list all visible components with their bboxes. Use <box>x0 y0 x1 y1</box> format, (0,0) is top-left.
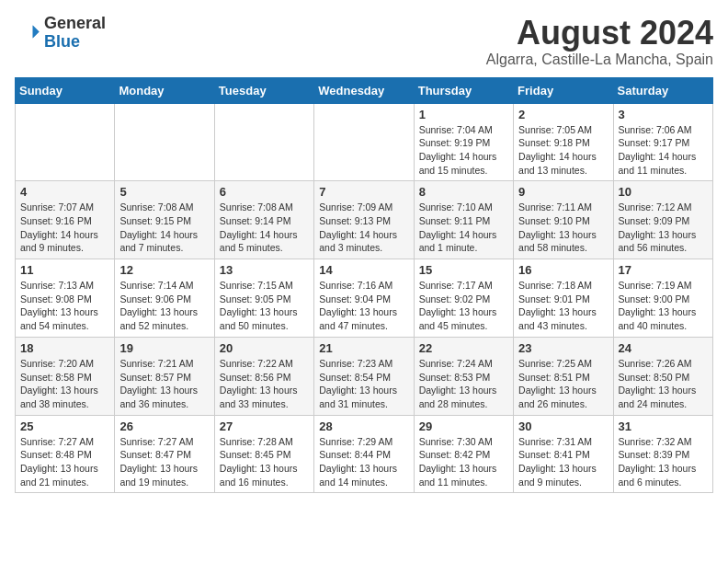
calendar-cell: 15Sunrise: 7:17 AM Sunset: 9:02 PM Dayli… <box>414 259 513 338</box>
day-number: 20 <box>220 341 309 355</box>
day-number: 21 <box>319 341 408 355</box>
weekday-header-monday: Monday <box>115 77 214 103</box>
day-info: Sunrise: 7:08 AM Sunset: 9:14 PM Dayligh… <box>220 201 309 255</box>
day-info: Sunrise: 7:08 AM Sunset: 9:15 PM Dayligh… <box>119 201 209 255</box>
calendar-cell: 30Sunrise: 7:31 AM Sunset: 8:41 PM Dayli… <box>514 415 613 493</box>
day-info: Sunrise: 7:26 AM Sunset: 8:50 PM Dayligh… <box>619 357 708 411</box>
day-info: Sunrise: 7:16 AM Sunset: 9:04 PM Dayligh… <box>319 279 408 333</box>
day-info: Sunrise: 7:05 AM Sunset: 9:18 PM Dayligh… <box>518 123 608 178</box>
day-number: 3 <box>619 108 708 121</box>
calendar-cell: 18Sunrise: 7:20 AM Sunset: 8:58 PM Dayli… <box>16 337 115 415</box>
day-number: 30 <box>518 419 608 433</box>
calendar-cell: 17Sunrise: 7:19 AM Sunset: 9:00 PM Dayli… <box>613 259 712 338</box>
header: General Blue August 2024 Algarra, Castil… <box>15 15 713 68</box>
calendar-cell: 29Sunrise: 7:30 AM Sunset: 8:42 PM Dayli… <box>414 415 513 493</box>
calendar-header-row: SundayMondayTuesdayWednesdayThursdayFrid… <box>16 77 713 103</box>
calendar-cell: 21Sunrise: 7:23 AM Sunset: 8:54 PM Dayli… <box>314 337 414 415</box>
day-info: Sunrise: 7:15 AM Sunset: 9:05 PM Dayligh… <box>220 279 309 333</box>
day-number: 11 <box>20 263 109 277</box>
day-number: 25 <box>20 419 109 433</box>
day-number: 2 <box>518 108 608 121</box>
calendar-table: SundayMondayTuesdayWednesdayThursdayFrid… <box>15 77 713 494</box>
day-info: Sunrise: 7:30 AM Sunset: 8:42 PM Dayligh… <box>419 435 508 489</box>
day-number: 8 <box>419 185 508 199</box>
day-info: Sunrise: 7:20 AM Sunset: 8:58 PM Dayligh… <box>20 357 109 411</box>
day-number: 18 <box>20 341 109 355</box>
calendar-cell: 14Sunrise: 7:16 AM Sunset: 9:04 PM Dayli… <box>314 259 414 338</box>
calendar-cell <box>16 103 115 181</box>
calendar-cell: 13Sunrise: 7:15 AM Sunset: 9:05 PM Dayli… <box>214 259 313 338</box>
day-info: Sunrise: 7:28 AM Sunset: 8:45 PM Dayligh… <box>220 435 309 489</box>
day-info: Sunrise: 7:12 AM Sunset: 9:09 PM Dayligh… <box>619 201 708 255</box>
calendar-cell: 24Sunrise: 7:26 AM Sunset: 8:50 PM Dayli… <box>613 337 712 415</box>
day-number: 19 <box>119 341 209 355</box>
day-number: 24 <box>619 341 708 355</box>
day-number: 13 <box>220 263 309 277</box>
day-info: Sunrise: 7:19 AM Sunset: 9:00 PM Dayligh… <box>619 279 708 333</box>
calendar-cell: 3Sunrise: 7:06 AM Sunset: 9:17 PM Daylig… <box>613 103 712 181</box>
location-subtitle: Algarra, Castille-La Mancha, Spain <box>486 52 713 68</box>
day-number: 31 <box>619 419 708 433</box>
svg-marker-1 <box>33 25 40 38</box>
calendar-cell: 23Sunrise: 7:25 AM Sunset: 8:51 PM Dayli… <box>514 337 613 415</box>
weekday-header-wednesday: Wednesday <box>314 77 414 103</box>
day-info: Sunrise: 7:21 AM Sunset: 8:57 PM Dayligh… <box>119 357 209 411</box>
day-info: Sunrise: 7:27 AM Sunset: 8:47 PM Dayligh… <box>119 435 209 489</box>
calendar-cell <box>314 103 414 181</box>
weekday-header-friday: Friday <box>514 77 613 103</box>
day-number: 6 <box>220 185 309 199</box>
calendar-cell: 27Sunrise: 7:28 AM Sunset: 8:45 PM Dayli… <box>214 415 313 493</box>
calendar-week-row: 18Sunrise: 7:20 AM Sunset: 8:58 PM Dayli… <box>16 337 713 415</box>
day-number: 22 <box>419 341 508 355</box>
day-info: Sunrise: 7:07 AM Sunset: 9:16 PM Dayligh… <box>20 201 109 255</box>
day-number: 17 <box>619 263 708 277</box>
day-number: 29 <box>419 419 508 433</box>
day-info: Sunrise: 7:22 AM Sunset: 8:56 PM Dayligh… <box>220 357 309 411</box>
calendar-cell: 7Sunrise: 7:09 AM Sunset: 9:13 PM Daylig… <box>314 181 414 259</box>
calendar-cell <box>214 103 313 181</box>
month-year-title: August 2024 <box>486 15 713 52</box>
calendar-cell: 28Sunrise: 7:29 AM Sunset: 8:44 PM Dayli… <box>314 415 414 493</box>
day-info: Sunrise: 7:14 AM Sunset: 9:06 PM Dayligh… <box>119 279 209 333</box>
calendar-week-row: 25Sunrise: 7:27 AM Sunset: 8:48 PM Dayli… <box>16 415 713 493</box>
day-number: 12 <box>119 263 209 277</box>
calendar-cell: 1Sunrise: 7:04 AM Sunset: 9:19 PM Daylig… <box>414 103 513 181</box>
calendar-cell: 4Sunrise: 7:07 AM Sunset: 9:16 PM Daylig… <box>16 181 115 259</box>
logo: General Blue <box>15 15 106 52</box>
day-info: Sunrise: 7:31 AM Sunset: 8:41 PM Dayligh… <box>518 435 608 489</box>
calendar-cell: 20Sunrise: 7:22 AM Sunset: 8:56 PM Dayli… <box>214 337 313 415</box>
calendar-cell: 19Sunrise: 7:21 AM Sunset: 8:57 PM Dayli… <box>115 337 214 415</box>
calendar-week-row: 4Sunrise: 7:07 AM Sunset: 9:16 PM Daylig… <box>16 181 713 259</box>
day-info: Sunrise: 7:11 AM Sunset: 9:10 PM Dayligh… <box>518 201 608 255</box>
day-info: Sunrise: 7:06 AM Sunset: 9:17 PM Dayligh… <box>619 123 708 178</box>
calendar-cell: 6Sunrise: 7:08 AM Sunset: 9:14 PM Daylig… <box>214 181 313 259</box>
calendar-week-row: 1Sunrise: 7:04 AM Sunset: 9:19 PM Daylig… <box>16 103 713 181</box>
day-number: 23 <box>518 341 608 355</box>
calendar-cell <box>115 103 214 181</box>
day-info: Sunrise: 7:18 AM Sunset: 9:01 PM Dayligh… <box>518 279 608 333</box>
weekday-header-tuesday: Tuesday <box>214 77 313 103</box>
day-number: 14 <box>319 263 408 277</box>
day-number: 26 <box>119 419 209 433</box>
logo-general-text: General <box>44 15 106 33</box>
calendar-cell: 22Sunrise: 7:24 AM Sunset: 8:53 PM Dayli… <box>414 337 513 415</box>
day-info: Sunrise: 7:27 AM Sunset: 8:48 PM Dayligh… <box>20 435 109 489</box>
day-info: Sunrise: 7:23 AM Sunset: 8:54 PM Dayligh… <box>319 357 408 411</box>
day-number: 1 <box>419 108 508 121</box>
day-number: 4 <box>20 185 109 199</box>
weekday-header-saturday: Saturday <box>613 77 712 103</box>
day-number: 5 <box>119 185 209 199</box>
day-info: Sunrise: 7:17 AM Sunset: 9:02 PM Dayligh… <box>419 279 508 333</box>
title-area: August 2024 Algarra, Castille-La Mancha,… <box>486 15 713 68</box>
day-number: 28 <box>319 419 408 433</box>
calendar-cell: 11Sunrise: 7:13 AM Sunset: 9:08 PM Dayli… <box>16 259 115 338</box>
logo-icon <box>15 20 40 46</box>
day-info: Sunrise: 7:13 AM Sunset: 9:08 PM Dayligh… <box>20 279 109 333</box>
day-info: Sunrise: 7:25 AM Sunset: 8:51 PM Dayligh… <box>518 357 608 411</box>
weekday-header-thursday: Thursday <box>414 77 513 103</box>
calendar-cell: 2Sunrise: 7:05 AM Sunset: 9:18 PM Daylig… <box>514 103 613 181</box>
day-info: Sunrise: 7:10 AM Sunset: 9:11 PM Dayligh… <box>419 201 508 255</box>
day-info: Sunrise: 7:32 AM Sunset: 8:39 PM Dayligh… <box>619 435 708 489</box>
day-number: 10 <box>619 185 708 199</box>
calendar-cell: 10Sunrise: 7:12 AM Sunset: 9:09 PM Dayli… <box>613 181 712 259</box>
